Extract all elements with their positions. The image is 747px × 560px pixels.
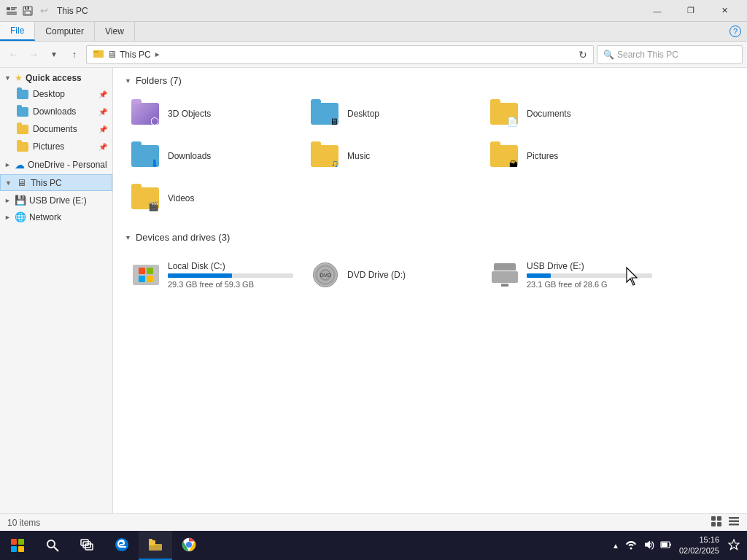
action-center-icon[interactable]	[727, 537, 741, 553]
quick-access-header[interactable]: ▼ ★ Quick access	[0, 71, 112, 85]
taskbar-chrome-app[interactable]	[172, 531, 206, 560]
this-pc-header[interactable]: ▼ 🖥 This PC	[0, 174, 112, 191]
svg-rect-4	[7, 13, 17, 15]
title-text: This PC	[57, 6, 88, 16]
up-button[interactable]: ↑	[66, 46, 83, 63]
sidebar-item-desktop[interactable]: Desktop 📌	[0, 85, 112, 103]
address-text: This PC	[120, 50, 151, 60]
svg-rect-3	[7, 12, 17, 13]
svg-point-33	[630, 548, 632, 550]
taskbar-left	[0, 531, 206, 560]
folder-desktop-label: Desktop	[347, 109, 379, 119]
thispc-expand-icon: ▼	[5, 179, 12, 187]
save-icon[interactable]	[22, 5, 34, 17]
ribbon-tabs: File Computer View ?	[0, 22, 747, 41]
taskview-button[interactable]	[70, 531, 105, 560]
network-header[interactable]: ► 🌐 Network	[0, 209, 112, 225]
devices-section-header[interactable]: ▼ Devices and drives (3)	[125, 232, 735, 243]
start-button[interactable]	[0, 531, 35, 560]
device-d-name: DVD Drive (D:)	[347, 270, 473, 280]
details-view-icon[interactable]	[728, 516, 740, 529]
device-item-e[interactable]: USB Drive (E:) 23.1 GB free of 28.6 G	[484, 252, 659, 298]
pin-icon: 📌	[98, 90, 107, 98]
svg-rect-14	[717, 522, 721, 526]
folder-item-downloads[interactable]: ⬇ Downloads	[125, 137, 300, 175]
sidebar-section-thispc: ▼ 🖥 This PC	[0, 174, 112, 191]
folder-desktop-icon: 🖥	[311, 99, 340, 128]
sidebar-item-downloads[interactable]: Downloads 📌	[0, 103, 112, 120]
address-bar[interactable]: 🖥 This PC ► ↻	[86, 45, 594, 64]
forward-button[interactable]: →	[25, 46, 42, 63]
sidebar-desktop-label: Desktop	[33, 89, 65, 99]
undo-icon[interactable]: ↩	[38, 5, 50, 17]
devices-grid: Local Disk (C:) 29.3 GB free of 59.3 GB …	[125, 252, 735, 298]
taskbar-edge-app[interactable]	[105, 531, 139, 560]
device-c-progress	[168, 273, 293, 278]
svg-line-23	[54, 547, 58, 551]
systray-expand-icon[interactable]: ▲	[612, 542, 619, 550]
svg-rect-20	[11, 546, 17, 552]
quick-access-label: Quick access	[26, 73, 82, 83]
tab-view[interactable]: View	[95, 22, 135, 41]
folder-videos-label: Videos	[168, 193, 194, 203]
svg-rect-19	[18, 539, 24, 545]
folder-music-icon: ♫	[311, 141, 340, 171]
svg-rect-28	[149, 539, 152, 541]
folder-3dobjects-label: 3D Objects	[168, 109, 211, 119]
device-c-space: 29.3 GB free of 59.3 GB	[168, 280, 293, 289]
folder-item-music[interactable]: ♫ Music	[304, 137, 479, 175]
title-bar: ↩ This PC — ❐ ✕	[0, 0, 747, 22]
tiles-view-icon[interactable]	[711, 516, 722, 529]
folder-item-3dobjects[interactable]: ⬡ 3D Objects	[125, 95, 300, 133]
taskbar-search-button[interactable]	[35, 531, 70, 560]
folder-3d-icon: ⬡	[131, 99, 160, 128]
address-pc-icon: 🖥	[107, 49, 117, 60]
svg-point-22	[47, 540, 55, 548]
clock[interactable]: 15:16 02/02/2025	[676, 534, 722, 557]
help-ribbon-icon[interactable]: ?	[729, 26, 741, 37]
close-button[interactable]: ✕	[708, 0, 741, 22]
device-item-c[interactable]: Local Disk (C:) 29.3 GB free of 59.3 GB	[125, 252, 300, 298]
tab-file[interactable]: File	[0, 22, 35, 41]
usb-header[interactable]: ► 💾 USB Drive (E:)	[0, 192, 112, 208]
search-box[interactable]: 🔍 Search This PC	[597, 45, 743, 64]
pc-icon: 🖥	[17, 177, 26, 188]
address-refresh-icon[interactable]: ↻	[578, 49, 587, 61]
folder-downloads-label: Downloads	[168, 151, 211, 161]
folder-item-videos[interactable]: 🎬 Videos	[125, 179, 300, 217]
battery-tray-icon[interactable]	[660, 539, 672, 552]
svg-rect-13	[711, 522, 716, 526]
statusbar-right	[711, 516, 740, 529]
back-button[interactable]: ←	[4, 46, 22, 63]
folder-item-documents[interactable]: 📄 Documents	[484, 95, 659, 133]
volume-tray-icon[interactable]	[643, 539, 654, 552]
quick-access-icon[interactable]	[6, 5, 18, 17]
sidebar-section-usb: ► 💾 USB Drive (E:)	[0, 192, 112, 208]
this-pc-label: This PC	[31, 178, 62, 188]
folder-item-pictures[interactable]: 🏔 Pictures	[484, 137, 659, 175]
folder-item-desktop[interactable]: 🖥 Desktop	[304, 95, 479, 133]
taskbar-right: ▲	[612, 531, 747, 560]
pin-icon-pic: 📌	[98, 143, 107, 151]
folders-section-header[interactable]: ▼ Folders (7)	[125, 75, 735, 86]
device-item-d[interactable]: DVD DVD Drive (D:)	[304, 252, 479, 298]
taskbar-explorer-app[interactable]	[139, 531, 172, 560]
titlebar-left: ↩ This PC	[6, 5, 88, 17]
network-icon: 🌐	[15, 211, 26, 222]
minimize-button[interactable]: —	[640, 0, 674, 22]
address-icon	[93, 47, 104, 61]
maximize-button[interactable]: ❐	[674, 0, 708, 22]
network-tray-icon[interactable]	[625, 539, 637, 552]
recent-locations-button[interactable]: ▼	[45, 46, 63, 63]
device-d-info: DVD Drive (D:)	[347, 270, 473, 280]
onedrive-header[interactable]: ► ☁ OneDrive - Personal	[0, 157, 112, 173]
tab-computer[interactable]: Computer	[35, 22, 95, 41]
content-area: ▼ Folders (7) ⬡ 3D Objects	[113, 68, 747, 513]
onedrive-label: OneDrive - Personal	[28, 160, 107, 170]
address-chevron: ►	[154, 50, 161, 58]
sidebar-item-documents[interactable]: Documents 📌	[0, 120, 112, 138]
device-e-info: USB Drive (E:) 23.1 GB free of 28.6 G	[527, 261, 652, 289]
sidebar-item-pictures[interactable]: Pictures 📌	[0, 138, 112, 155]
svg-rect-2	[11, 9, 15, 10]
device-e-progress	[527, 273, 652, 278]
